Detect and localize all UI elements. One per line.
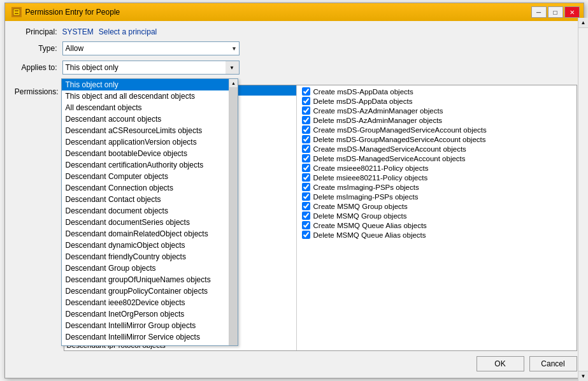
dropdown-item[interactable]: Descendant certificationAuthority object… xyxy=(62,159,238,171)
dropdown-item[interactable]: Descendant Group objects xyxy=(62,262,238,274)
right-perm-item: Delete msDS-AppData objects xyxy=(301,96,573,106)
perm-checkbox[interactable] xyxy=(302,106,310,115)
right-perm-item: Delete msDS-AzAdminManager objects xyxy=(301,115,573,125)
dropdown-item[interactable]: Descendant groupOfUniqueNames objects xyxy=(62,274,238,285)
perm-checkbox[interactable] xyxy=(302,164,310,172)
permissions-list-right: Create msDS-AppData objectsDelete msDS-A… xyxy=(297,85,577,350)
dropdown-item[interactable]: This object and all descendant objects xyxy=(62,90,238,102)
perm-checkbox[interactable] xyxy=(302,221,310,229)
title-bar-buttons: ─ □ ✕ xyxy=(531,6,580,18)
perm-checkbox[interactable] xyxy=(302,135,310,143)
applies-to-wrapper: This object only ▼ xyxy=(62,61,240,75)
dropdown-item[interactable]: Descendant ipHost objects xyxy=(62,343,238,346)
perm-label: Delete MSMQ Queue Alias objects xyxy=(313,231,426,239)
right-perm-item: Create msieee80211-Policy objects xyxy=(301,163,573,173)
dropdown-scrollbar[interactable]: ▲ ▼ xyxy=(229,79,238,346)
permission-entry-window: Permission Entry for People ─ □ ✕ Princi… xyxy=(4,3,584,378)
dropdown-item[interactable]: Descendant Connection objects xyxy=(62,182,238,194)
dropdown-item[interactable]: Descendant applicationVersion objects xyxy=(62,136,238,148)
dropdown-item[interactable]: Descendant IntelliMirror Service objects xyxy=(62,331,238,343)
right-perm-item: Create msDS-AzAdminManager objects xyxy=(301,106,573,115)
cancel-button[interactable]: Cancel xyxy=(529,356,577,371)
right-perm-item: Create msDS-AppData objects xyxy=(301,87,573,96)
applies-to-label: Applies to: xyxy=(11,63,62,72)
perm-checkbox[interactable] xyxy=(302,192,310,201)
window-scrollbar[interactable]: ▲ ▼ xyxy=(578,18,588,381)
perm-checkbox[interactable] xyxy=(302,145,310,153)
bottom-buttons: OK Cancel xyxy=(11,356,577,371)
type-select[interactable]: Allow Deny xyxy=(62,41,240,55)
dropdown-item[interactable]: Descendant ieee802Device objects xyxy=(62,297,238,308)
dropdown-item[interactable]: Descendant documentSeries objects xyxy=(62,217,238,228)
applies-to-row: Applies to: This object only ▼ xyxy=(11,61,577,75)
perm-checkbox[interactable] xyxy=(302,212,310,220)
title-bar: Permission Entry for People ─ □ ✕ xyxy=(5,3,584,21)
dropdown-item[interactable]: Descendant friendlyCountry objects xyxy=(62,251,238,262)
dropdown-item[interactable]: Descendant Contact objects xyxy=(62,194,238,205)
dropdown-item[interactable]: Descendant InetOrgPerson objects xyxy=(62,308,238,320)
dropdown-item[interactable]: Descendant domainRelatedObject objects xyxy=(62,228,238,240)
perm-label: Delete msDS-ManagedServiceAccount object… xyxy=(313,155,466,162)
perm-label: Create MSMQ Group objects xyxy=(313,203,408,210)
minimize-button[interactable]: ─ xyxy=(531,6,547,18)
perm-checkbox[interactable] xyxy=(302,116,310,124)
applies-to-dropdown-btn[interactable]: ▼ xyxy=(226,61,240,75)
maximize-button[interactable]: □ xyxy=(548,6,563,18)
right-perm-item: Create msDS-GroupManagedServiceAccount o… xyxy=(301,125,573,134)
right-perm-item: Create MSMQ Queue Alias objects xyxy=(301,220,573,230)
perm-label: Create msDS-GroupManagedServiceAccount o… xyxy=(313,126,487,134)
right-perm-item: Create msImaging-PSPs objects xyxy=(301,182,573,192)
right-perm-item: Delete MSMQ Group objects xyxy=(301,211,573,220)
applies-to-display[interactable]: This object only xyxy=(62,61,240,75)
applies-to-dropdown: This object onlyThis object and all desc… xyxy=(61,78,238,346)
type-select-wrapper: Allow Deny ▼ xyxy=(62,41,240,55)
dropdown-item[interactable]: Descendant IntelliMirror Group objects xyxy=(62,320,238,331)
perm-checkbox[interactable] xyxy=(302,183,310,191)
dropdown-item[interactable]: Descendant aCSResourceLimits objects xyxy=(62,125,238,136)
dropdown-item[interactable]: Descendant groupPolicyContainer objects xyxy=(62,285,238,297)
right-perm-item: Delete msDS-ManagedServiceAccount object… xyxy=(301,154,573,163)
right-perm-item: Delete msDS-GroupManagedServiceAccount o… xyxy=(301,134,573,144)
perm-label: Delete msDS-AppData objects xyxy=(313,97,413,105)
perm-checkbox[interactable] xyxy=(302,87,310,96)
dropdown-item[interactable]: Descendant account objects xyxy=(62,113,238,125)
dropdown-item[interactable]: Descendant dynamicObject objects xyxy=(62,240,238,251)
svg-rect-1 xyxy=(15,10,18,11)
principal-value: SYSTEM xyxy=(62,27,94,36)
perm-label: Create msieee80211-Policy objects xyxy=(313,164,429,172)
perm-checkbox[interactable] xyxy=(302,126,310,134)
ok-button[interactable]: OK xyxy=(477,356,524,371)
type-label: Type: xyxy=(11,44,62,53)
window-scroll-up[interactable]: ▲ xyxy=(578,18,589,28)
right-perm-item: Create msDS-ManagedServiceAccount object… xyxy=(301,144,573,154)
perm-checkbox[interactable] xyxy=(302,202,310,210)
svg-rect-0 xyxy=(13,9,20,15)
right-perm-item: Delete MSMQ Queue Alias objects xyxy=(301,230,573,240)
perm-checkbox[interactable] xyxy=(302,154,310,162)
scroll-track xyxy=(229,88,238,346)
perm-label: Delete msImaging-PSPs objects xyxy=(313,193,419,201)
close-button[interactable]: ✕ xyxy=(564,6,580,18)
window-icon xyxy=(11,7,22,17)
perm-label: Create msDS-AppData objects xyxy=(313,88,413,96)
perm-checkbox[interactable] xyxy=(302,173,310,182)
svg-rect-2 xyxy=(15,13,18,14)
perm-checkbox[interactable] xyxy=(302,231,310,239)
dropdown-item[interactable]: Descendant Computer objects xyxy=(62,171,238,182)
permissions-label: Permissions: xyxy=(11,85,64,351)
perm-checkbox[interactable] xyxy=(302,97,310,105)
window-scroll-down[interactable]: ▼ xyxy=(578,371,589,381)
type-row: Type: Allow Deny ▼ xyxy=(11,41,577,55)
dropdown-item[interactable]: All descendant objects xyxy=(62,102,238,113)
dropdown-item[interactable]: This object only xyxy=(62,79,238,90)
dropdown-item[interactable]: Descendant document objects xyxy=(62,205,238,217)
header-area: Principal: SYSTEM Select a principal Typ… xyxy=(5,21,584,82)
perm-label: Delete msDS-GroupManagedServiceAccount o… xyxy=(313,136,486,143)
scroll-up-arrow[interactable]: ▲ xyxy=(229,79,238,88)
principal-row: Principal: SYSTEM Select a principal xyxy=(11,27,577,36)
applies-to-value: This object only xyxy=(66,63,118,72)
dropdown-item[interactable]: Descendant bootableDevice objects xyxy=(62,148,238,159)
right-permissions: Create msDS-AppData objectsDelete msDS-A… xyxy=(301,87,573,240)
select-principal-link[interactable]: Select a principal xyxy=(99,27,157,36)
dropdown-items: This object onlyThis object and all desc… xyxy=(62,79,238,346)
